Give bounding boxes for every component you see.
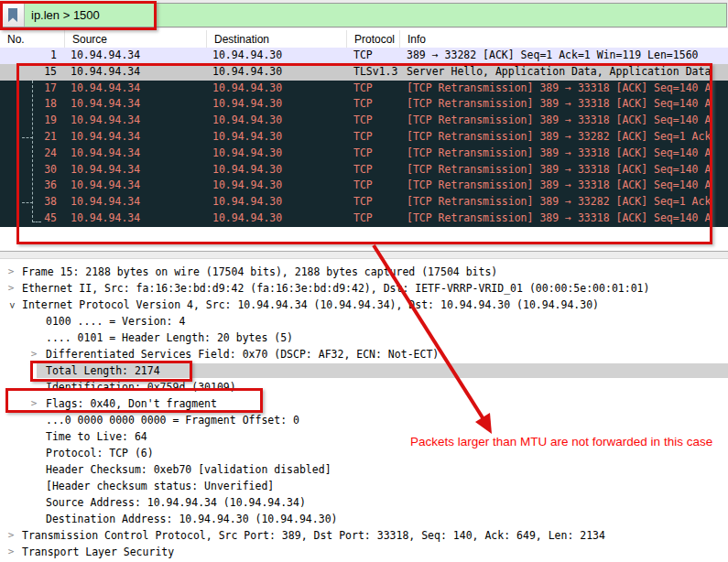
packet-info: [TCP Retransmission] 389 → 33282 [ACK] S… — [399, 129, 728, 146]
detail-text: Ethernet II, Src: fa:16:3e:bd:d9:42 (fa:… — [22, 280, 649, 297]
detail-line[interactable]: Protocol: TCP (6) — [0, 445, 728, 461]
packet-destination: 10.94.94.30 — [206, 64, 346, 81]
packet-info: [TCP Retransmission] 389 → 33318 [ACK] S… — [399, 178, 728, 194]
packet-source: 10.94.94.34 — [64, 113, 206, 129]
packet-no: 45 — [0, 211, 64, 227]
expander-chevron-icon[interactable]: > — [4, 301, 20, 310]
packet-row[interactable]: 36 10.94.94.34 10.94.94.30 TCP [TCP Retr… — [0, 178, 728, 194]
detail-line[interactable]: > Transmission Control Protocol, Src Por… — [0, 527, 728, 544]
detail-line[interactable]: ...0 0000 0000 0000 = Fragment Offset: 0 — [0, 412, 728, 428]
detail-line[interactable]: Identification: 0x759d (30109) — [0, 379, 728, 395]
packet-row[interactable]: 15 10.94.94.34 10.94.94.30 TLSv1.3 Serve… — [0, 64, 728, 81]
packet-destination: 10.94.94.30 — [206, 211, 346, 227]
packet-info: [TCP Retransmission] 389 → 33318 [ACK] S… — [399, 96, 728, 113]
detail-line[interactable]: > Differentiated Services Field: 0x70 (D… — [0, 346, 728, 362]
packet-source: 10.94.94.34 — [64, 81, 206, 97]
column-header-source[interactable]: Source — [64, 30, 206, 48]
packet-row[interactable]: 21 10.94.94.34 10.94.94.30 TCP [TCP Retr… — [0, 129, 728, 146]
packet-source: 10.94.94.34 — [64, 194, 206, 211]
expander-chevron-icon[interactable]: > — [6, 527, 16, 544]
packet-no: 15 — [0, 64, 64, 81]
detail-text: Time to Live: 64 — [46, 428, 147, 445]
packet-destination: 10.94.94.30 — [206, 178, 346, 194]
detail-line[interactable]: Destination Address: 10.94.94.30 (10.94.… — [0, 511, 728, 527]
packet-source: 10.94.94.34 — [64, 64, 206, 81]
packet-protocol: TCP — [346, 96, 399, 113]
filter-expression-text[interactable]: ip.len > 1500 — [31, 8, 100, 22]
filter-bookmark-button[interactable] — [2, 4, 25, 27]
packet-row[interactable]: 17 10.94.94.34 10.94.94.30 TCP [TCP Retr… — [0, 81, 728, 97]
packet-destination: 10.94.94.30 — [206, 48, 346, 64]
detail-text: Source Address: 10.94.94.34 (10.94.94.34… — [46, 494, 306, 511]
packet-info: [TCP Retransmission] 389 → 33282 [ACK] S… — [399, 194, 728, 211]
packet-source: 10.94.94.34 — [64, 146, 206, 162]
pane-splitter[interactable] — [0, 229, 728, 264]
packet-no: 17 — [0, 81, 64, 97]
packet-row[interactable]: 18 10.94.94.34 10.94.94.30 TCP [TCP Retr… — [0, 96, 728, 113]
detail-line[interactable]: > Flags: 0x40, Don't fragment — [0, 395, 728, 412]
packet-destination: 10.94.94.30 — [206, 113, 346, 129]
packet-row[interactable]: 45 10.94.94.34 10.94.94.30 TCP [TCP Retr… — [0, 211, 728, 227]
detail-text: Identification: 0x759d (30109) — [46, 379, 236, 395]
detail-line[interactable]: > Internet Protocol Version 4, Src: 10.9… — [0, 297, 728, 313]
column-header-destination[interactable]: Destination — [206, 30, 346, 48]
packet-protocol: TCP — [346, 211, 399, 227]
packet-no: 36 — [0, 178, 64, 194]
detail-line[interactable]: Source Address: 10.94.94.34 (10.94.94.34… — [0, 494, 728, 511]
detail-line[interactable]: 0100 .... = Version: 4 — [0, 313, 728, 330]
column-header-no[interactable]: No. — [0, 30, 64, 48]
packet-no: 19 — [0, 113, 64, 129]
detail-line[interactable]: Time to Live: 64 — [0, 428, 728, 445]
packet-info: [TCP Retransmission] 389 → 33318 [ACK] S… — [399, 146, 728, 162]
packet-row[interactable]: 19 10.94.94.34 10.94.94.30 TCP [TCP Retr… — [0, 113, 728, 129]
packet-destination: 10.94.94.30 — [206, 129, 346, 146]
packet-row[interactable]: 24 10.94.94.34 10.94.94.30 TCP [TCP Retr… — [0, 146, 728, 162]
splitter-groove-icon — [0, 251, 728, 259]
packet-protocol: TCP — [346, 113, 399, 129]
packet-row[interactable]: 1 10.94.94.34 10.94.94.30 TCP 389 → 3328… — [0, 48, 728, 64]
detail-text: ...0 0000 0000 0000 = Fragment Offset: 0 — [46, 412, 299, 428]
packet-protocol: TCP — [346, 194, 399, 211]
packet-row[interactable]: 30 10.94.94.34 10.94.94.30 TCP [TCP Retr… — [0, 162, 728, 178]
detail-text: Transmission Control Protocol, Src Port:… — [22, 527, 605, 544]
detail-text: Total Length: 2174 — [46, 362, 160, 379]
display-filter-input[interactable]: ip.len > 1500 — [1, 3, 727, 27]
packet-no: 21 — [0, 129, 64, 146]
detail-line[interactable]: Total Length: 2174 — [0, 362, 728, 379]
display-filter-bar: ip.len > 1500 — [0, 0, 728, 28]
packet-info: [TCP Retransmission] 389 → 33318 [ACK] S… — [399, 113, 728, 129]
expander-chevron-icon[interactable]: > — [6, 264, 16, 280]
expander-chevron-icon[interactable]: > — [29, 346, 38, 362]
column-header-protocol[interactable]: Protocol — [346, 30, 399, 48]
detail-text: Header Checksum: 0xeb70 [validation disa… — [46, 461, 331, 478]
detail-text: Frame 15: 2188 bytes on wire (17504 bits… — [22, 264, 497, 280]
detail-text: .... 0101 = Header Length: 20 bytes (5) — [46, 330, 293, 346]
detail-text: Differentiated Services Field: 0x70 (DSC… — [46, 346, 439, 362]
packet-protocol: TCP — [346, 146, 399, 162]
wireshark-window: ip.len > 1500 No. Source Destination Pro… — [0, 0, 728, 562]
detail-line[interactable]: > Ethernet II, Src: fa:16:3e:bd:d9:42 (f… — [0, 280, 728, 297]
packet-row[interactable]: 38 10.94.94.34 10.94.94.30 TCP [TCP Retr… — [0, 194, 728, 211]
detail-text: 0100 .... = Version: 4 — [46, 313, 185, 330]
packet-source: 10.94.94.34 — [64, 129, 206, 146]
packet-source: 10.94.94.34 — [64, 48, 206, 64]
packet-no: 30 — [0, 162, 64, 178]
packet-no: 24 — [0, 146, 64, 162]
expander-chevron-icon[interactable]: > — [6, 280, 16, 297]
packet-details-pane: > Frame 15: 2188 bytes on wire (17504 bi… — [0, 264, 728, 562]
detail-line[interactable]: > Transport Layer Security — [0, 544, 728, 560]
detail-line[interactable]: > Frame 15: 2188 bytes on wire (17504 bi… — [0, 264, 728, 280]
detail-text: Transport Layer Security — [22, 544, 174, 560]
detail-line[interactable]: .... 0101 = Header Length: 20 bytes (5) — [0, 330, 728, 346]
detail-text: Protocol: TCP (6) — [46, 445, 154, 461]
packet-protocol: TLSv1.3 — [346, 64, 399, 81]
packet-list-header: No. Source Destination Protocol Info — [0, 30, 728, 49]
packet-no: 38 — [0, 194, 64, 211]
expander-chevron-icon[interactable]: > — [6, 544, 16, 560]
detail-text: Destination Address: 10.94.94.30 (10.94.… — [46, 511, 338, 527]
detail-line[interactable]: [Header checksum status: Unverified] — [0, 478, 728, 494]
column-header-info[interactable]: Info — [399, 30, 728, 48]
packet-list-body: 1 10.94.94.34 10.94.94.30 TCP 389 → 3328… — [0, 48, 728, 227]
expander-chevron-icon[interactable]: > — [29, 395, 38, 412]
detail-line[interactable]: Header Checksum: 0xeb70 [validation disa… — [0, 461, 728, 478]
